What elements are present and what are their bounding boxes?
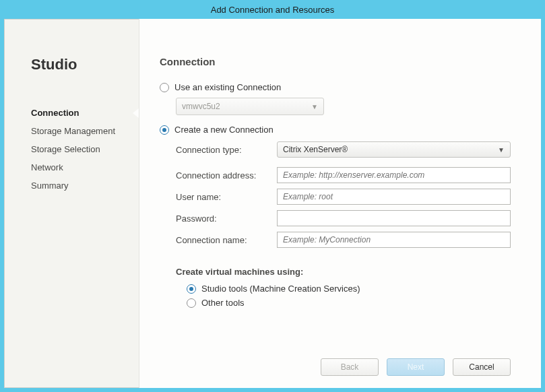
- connection-type-label: Connection type:: [176, 145, 277, 155]
- create-new-radio[interactable]: Create a new Connection: [160, 125, 511, 135]
- create-new-label: Create a new Connection: [174, 125, 274, 135]
- use-existing-radio[interactable]: Use an existing Connection: [160, 82, 511, 92]
- radio-icon: [187, 298, 196, 308]
- titlebar: Add Connection and Resources: [0, 0, 545, 19]
- step-network[interactable]: Network: [31, 158, 139, 176]
- connection-address-input[interactable]: [277, 167, 511, 183]
- sidebar: Studio Connection Storage Management Sto…: [4, 19, 139, 388]
- step-summary[interactable]: Summary: [31, 176, 139, 195]
- create-vm-heading: Create virtual machines using:: [176, 267, 511, 277]
- radio-icon: [160, 125, 169, 135]
- app-logo: Studio: [31, 56, 139, 73]
- next-button[interactable]: Next: [387, 358, 445, 376]
- vm-other-tools-radio[interactable]: Other tools: [187, 298, 511, 308]
- password-label: Password:: [176, 214, 277, 224]
- dialog-body: Studio Connection Storage Management Sto…: [4, 19, 541, 388]
- radio-icon: [160, 83, 169, 92]
- wizard-steps: Connection Storage Management Storage Se…: [31, 104, 139, 195]
- section-heading: Connection: [160, 56, 511, 67]
- connection-type-select[interactable]: Citrix XenServer® ▼: [277, 141, 511, 158]
- wizard-buttons: Back Next Cancel: [321, 358, 511, 376]
- step-storage-management[interactable]: Storage Management: [31, 122, 139, 140]
- vm-tools-options: Studio tools (Machine Creation Services)…: [187, 284, 511, 308]
- back-button: Back: [321, 358, 379, 376]
- vm-studio-tools-label: Studio tools (Machine Creation Services): [201, 284, 360, 294]
- dialog-window: Add Connection and Resources Studio Conn…: [0, 0, 545, 392]
- username-label: User name:: [176, 192, 277, 202]
- vm-studio-tools-radio[interactable]: Studio tools (Machine Creation Services): [187, 284, 511, 294]
- connection-type-value: Citrix XenServer®: [283, 145, 348, 154]
- radio-icon: [187, 284, 196, 294]
- existing-connection-value: vmwvc5u2: [182, 102, 220, 111]
- cancel-button[interactable]: Cancel: [453, 358, 511, 376]
- password-input[interactable]: [277, 210, 511, 226]
- step-connection[interactable]: Connection: [31, 104, 139, 122]
- use-existing-label: Use an existing Connection: [174, 82, 281, 92]
- connection-name-input[interactable]: [277, 232, 511, 248]
- username-input[interactable]: [277, 189, 511, 205]
- connection-name-label: Connection name:: [176, 235, 277, 245]
- vm-other-tools-label: Other tools: [201, 298, 245, 308]
- existing-connection-dropdown: vmwvc5u2 ▼: [176, 98, 324, 115]
- main-panel: Connection Use an existing Connection vm…: [139, 19, 541, 388]
- connection-address-label: Connection address:: [176, 170, 277, 181]
- new-connection-form: Connection type: Citrix XenServer® ▼ Con…: [176, 141, 511, 248]
- step-storage-selection[interactable]: Storage Selection: [31, 140, 139, 158]
- chevron-down-icon: ▼: [311, 103, 318, 110]
- chevron-down-icon: ▼: [498, 146, 505, 154]
- window-title: Add Connection and Resources: [211, 5, 335, 15]
